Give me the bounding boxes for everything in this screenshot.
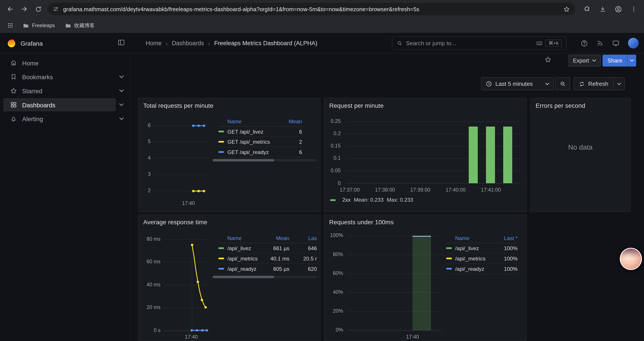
legend-series-name[interactable]: 2xx — [342, 197, 351, 203]
chevron-down-icon[interactable] — [119, 103, 124, 106]
site-settings-icon[interactable] — [52, 6, 59, 12]
series-name[interactable]: /api/_readyz — [227, 266, 262, 272]
breadcrumb: Home › Dashboards › Freeleaps Metrics Da… — [146, 33, 318, 54]
table-horizontal-scrollbar[interactable] — [212, 159, 317, 162]
export-button[interactable]: Export — [568, 55, 601, 67]
request-per-minute-chart — [324, 98, 526, 212]
series-last: 646 — [294, 245, 317, 251]
profile-icon[interactable] — [611, 2, 625, 16]
extensions-icon[interactable] — [580, 2, 594, 16]
share-dropdown-button[interactable] — [627, 55, 636, 67]
bookmark-folder-freeleaps[interactable]: Freeleaps — [19, 21, 58, 31]
column-header-last[interactable]: Las — [294, 235, 317, 241]
legend-row: /api/_metrics 40.1 ms 20.5 r — [218, 253, 317, 264]
series-name[interactable]: GET /api/_livez — [227, 128, 271, 135]
forward-icon[interactable] — [17, 2, 31, 16]
y-tick: 20 ms — [139, 304, 160, 310]
panel-title[interactable]: Request per minute — [324, 98, 526, 112]
column-header-last[interactable]: Last * — [494, 235, 518, 241]
y-tick: 0 s — [139, 327, 160, 333]
legend-row: GET /api/_readyz 6 — [218, 147, 302, 157]
series-last: 100% — [494, 245, 518, 251]
search-input[interactable]: Search or jump to... ⌘+k — [392, 37, 566, 50]
share-button[interactable]: Share — [602, 55, 627, 67]
omnibox[interactable]: grafana.mathmast.com/d/deytv4rwavabkb/fr… — [48, 3, 575, 15]
browser-menu-icon[interactable] — [627, 2, 641, 16]
panel-title[interactable]: Total requests per minute — [138, 98, 320, 112]
legend-row: /api/_readyz 100% — [446, 264, 518, 274]
monitor-icon[interactable] — [612, 39, 620, 47]
bookmark-star-icon[interactable] — [563, 6, 570, 13]
legend-table-header: Name Last * — [446, 233, 518, 243]
series-color-dash — [330, 199, 336, 201]
y-tick: 40% — [325, 289, 343, 295]
grafana-app: Grafana Home › Dashboards › Freeleaps Me… — [0, 33, 644, 341]
panel-title[interactable]: Average response time — [138, 215, 320, 229]
series-last: 100% — [494, 266, 518, 272]
news-rss-icon[interactable] — [596, 40, 604, 47]
column-header-mean[interactable]: Mean — [271, 118, 302, 124]
downloads-icon[interactable] — [596, 2, 610, 16]
browser-toolbar: grafana.mathmast.com/d/deytv4rwavabkb/fr… — [0, 0, 644, 18]
sidebar-item-alerting[interactable]: Alerting — [0, 112, 130, 126]
sidebar-item-label: Alerting — [22, 115, 43, 122]
series-color-dash — [446, 247, 452, 249]
series-name[interactable]: GET /api/_metrics — [227, 139, 271, 145]
grafana-brand[interactable]: Grafana — [6, 33, 43, 54]
time-range-picker[interactable]: Last 5 minutes — [481, 77, 554, 90]
breadcrumb-separator: › — [166, 40, 168, 47]
scrollbar-thumb[interactable] — [212, 276, 274, 278]
chevron-down-icon[interactable] — [119, 75, 124, 79]
user-avatar[interactable] — [628, 38, 639, 49]
x-tick: 17:40:00 — [441, 187, 470, 193]
chevron-down-icon[interactable] — [119, 89, 124, 92]
apps-grid-icon[interactable] — [4, 20, 16, 31]
reload-icon[interactable] — [31, 2, 45, 16]
series-name[interactable]: /api/_readyz — [455, 266, 495, 272]
legend-mean: Mean: 0.233 — [354, 197, 384, 203]
scrollbar-thumb[interactable] — [212, 159, 274, 162]
series-name[interactable]: /api/_livez — [455, 245, 495, 251]
series-color-dash — [218, 151, 224, 153]
sidebar-item-dashboards[interactable]: Dashboards — [0, 98, 130, 112]
series-name[interactable]: /api/_livez — [227, 245, 262, 251]
legend-row: /api/_readyz 605 µs 620 — [218, 264, 317, 274]
column-header-mean[interactable]: Mean — [262, 235, 290, 241]
panel-average-response-time: Average response time 80 ms 60 ms 40 ms … — [138, 214, 320, 341]
series-color-dash — [218, 268, 224, 269]
refresh-button[interactable]: Refresh — [574, 78, 613, 90]
breadcrumb-home[interactable]: Home — [146, 40, 162, 47]
series-mean: 661 µs — [262, 245, 290, 251]
column-header-name[interactable]: Name — [227, 118, 271, 124]
panel-title[interactable]: Errors per second — [531, 98, 630, 112]
sidebar-item-bookmarks[interactable]: Bookmarks — [0, 70, 130, 84]
series-color-dash — [218, 141, 224, 142]
y-tick: 60 ms — [139, 259, 160, 265]
floating-assistant-avatar[interactable] — [620, 248, 642, 270]
table-horizontal-scrollbar[interactable] — [212, 276, 317, 278]
series-color-dash — [446, 268, 452, 269]
panel-title[interactable]: Requests under 100ms — [324, 215, 526, 229]
refresh-interval-dropdown[interactable] — [613, 78, 624, 90]
favorite-star-icon[interactable] — [544, 56, 552, 63]
sidebar-item-home[interactable]: Home — [0, 56, 130, 70]
series-name[interactable]: /api/_metrics — [227, 255, 262, 261]
series-name[interactable]: /api/_metrics — [455, 255, 495, 261]
back-icon[interactable] — [3, 2, 17, 16]
series-mean: 6 — [271, 149, 302, 155]
sidebar-toggle-icon[interactable] — [118, 39, 126, 47]
chevron-down-icon[interactable] — [119, 117, 124, 121]
bookmark-folder-blogs[interactable]: 收藏博客 — [61, 21, 98, 31]
column-header-name[interactable]: Name — [455, 235, 495, 241]
help-icon[interactable] — [580, 39, 588, 47]
breadcrumb-dashboards[interactable]: Dashboards — [172, 40, 204, 47]
series-mean: 605 µs — [262, 266, 290, 272]
series-name[interactable]: GET /api/_readyz — [227, 149, 271, 155]
sidebar-item-starred[interactable]: Starred — [0, 84, 130, 98]
column-header-name[interactable]: Name — [227, 235, 262, 241]
series-last: 100% — [494, 255, 518, 261]
sidebar-item-label: Starred — [22, 87, 42, 94]
zoom-out-button[interactable] — [555, 77, 570, 90]
url-text[interactable]: grafana.mathmast.com/d/deytv4rwavabkb/fr… — [63, 6, 563, 12]
y-tick: 80% — [325, 251, 343, 257]
